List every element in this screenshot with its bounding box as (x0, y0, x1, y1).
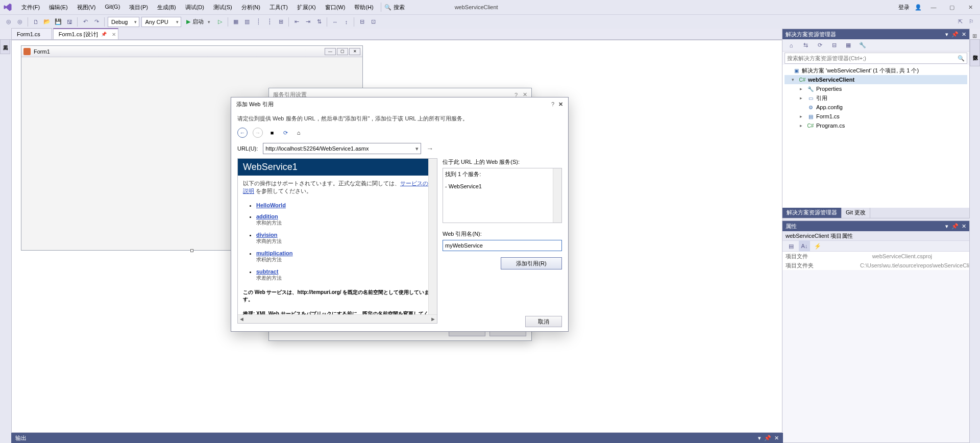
op-link-multiplication[interactable]: multiplication (256, 250, 293, 256)
vertical-scrollbar[interactable] (428, 159, 437, 314)
tab-window-icon[interactable]: ⊞ (972, 33, 977, 39)
collapse-icon[interactable]: ⊟ (828, 40, 840, 51)
search-input[interactable] (407, 3, 448, 11)
panel-dropdown-icon[interactable]: ▾ (945, 223, 948, 230)
panel-dropdown-icon[interactable]: ▾ (758, 435, 761, 441)
properties-icon[interactable]: 🔧 (857, 40, 868, 51)
close-icon[interactable]: ✕ (962, 31, 966, 38)
service-list-item[interactable]: - WebService1 (445, 183, 559, 189)
categorize-icon[interactable]: ▤ (786, 240, 797, 252)
menu-git[interactable]: Git(G) (101, 2, 124, 13)
vertical-scrollbar[interactable] (553, 168, 561, 223)
start-noDebug-icon[interactable]: ▷ (214, 16, 226, 28)
open-icon[interactable]: 📂 (41, 16, 53, 28)
menu-help[interactable]: 帮助(H) (350, 2, 377, 13)
show-all-icon[interactable]: ▦ (843, 40, 854, 51)
toolbar-icon[interactable]: ⇅ (313, 16, 325, 28)
tree-appconfig[interactable]: App.config (816, 104, 843, 110)
cancel-button[interactable]: 取消 (525, 316, 562, 327)
nav-fwd-icon[interactable]: ◎ (14, 16, 26, 28)
pin-icon[interactable]: 📌 (951, 31, 959, 38)
account-icon[interactable]: 👤 (915, 4, 922, 11)
url-combo[interactable]: ▾ (263, 143, 421, 154)
menu-view[interactable]: 视图(V) (73, 2, 100, 13)
nav-forward-icon[interactable]: → (253, 128, 263, 138)
undo-icon[interactable]: ↶ (80, 16, 91, 28)
menu-window[interactable]: 窗口(W) (321, 2, 350, 13)
home-icon[interactable]: ⌂ (786, 40, 797, 51)
new-project-icon[interactable]: 🗋 (30, 16, 41, 28)
feedback-icon[interactable]: ⚐ (966, 16, 977, 28)
toolbar-icon[interactable]: ┆ (264, 16, 275, 28)
op-link-division[interactable]: division (256, 232, 278, 238)
login-link[interactable]: 登录 (898, 4, 910, 11)
toolbar-icon[interactable]: ⊟ (356, 16, 368, 28)
save-all-icon[interactable]: 🖫 (64, 16, 75, 28)
tab-git-changes[interactable]: Git 更改 (842, 208, 870, 218)
close-icon[interactable]: ✕ (558, 101, 563, 108)
events-icon[interactable]: ⚡ (812, 240, 823, 252)
toolbar-icon[interactable]: ⇤ (291, 16, 302, 28)
prop-value[interactable]: webServiceClient.csproj (872, 253, 969, 259)
sort-icon[interactable]: A↓ (799, 240, 810, 252)
url-input[interactable] (265, 145, 419, 152)
solution-search[interactable]: 🔍 (785, 53, 967, 64)
op-link-subtract[interactable]: subtract (256, 268, 278, 275)
pin-icon[interactable]: 📌 (101, 32, 107, 37)
ref-name-input[interactable] (443, 240, 562, 251)
add-reference-button[interactable]: 添加引用(R) (501, 257, 562, 269)
live-share-icon[interactable]: ⇱ (954, 16, 966, 28)
props-grid[interactable]: 项目文件webServiceClient.csproj 项目文件夹C:\User… (782, 252, 969, 270)
tree-form1[interactable]: Form1.cs (816, 113, 840, 119)
save-icon[interactable]: 💾 (53, 16, 64, 28)
refresh-icon[interactable]: ⟳ (814, 40, 825, 51)
nav-back-icon[interactable]: ◎ (3, 16, 14, 28)
output-panel-tab[interactable]: 输出 ▾ 📌 ✕ (11, 433, 783, 443)
tree-project[interactable]: webServiceClient (808, 77, 854, 83)
panel-dropdown-icon[interactable]: ▾ (945, 31, 948, 38)
toolbar-icon[interactable]: ↔ (329, 16, 340, 28)
stop-icon[interactable]: ■ (268, 129, 276, 137)
tree-program[interactable]: Program.cs (816, 122, 845, 129)
prop-value[interactable]: C:\Users\wu.tie\source\repos\webServiceC… (860, 262, 969, 268)
datasource-collapsed-tab[interactable]: 数据源 (970, 36, 980, 66)
horizontal-scrollbar[interactable]: ◄► (238, 314, 437, 323)
tab-solution-explorer[interactable]: 解决方案资源管理器 (782, 208, 842, 218)
toolbar-icon[interactable]: ⊡ (368, 16, 379, 28)
start-button[interactable]: ▶启动▾ (182, 16, 214, 28)
search-icon[interactable]: 🔍 (384, 4, 391, 11)
menu-debug[interactable]: 调试(D) (181, 2, 208, 13)
redo-icon[interactable]: ↷ (91, 16, 102, 28)
toolbar-icon[interactable]: ┊ (253, 16, 264, 28)
resize-handle[interactable] (190, 249, 193, 252)
close-icon[interactable]: ✕ (112, 32, 116, 37)
nav-back-icon[interactable]: ← (237, 128, 248, 138)
close-button[interactable]: ✕ (964, 2, 977, 12)
pin-icon[interactable]: 📌 (764, 435, 771, 441)
search-icon[interactable]: 🔍 (958, 55, 965, 62)
tree-properties[interactable]: Properties (816, 86, 842, 92)
minimize-button[interactable]: — (927, 2, 940, 12)
menu-project[interactable]: 项目(P) (125, 2, 152, 13)
menu-test[interactable]: 测试(S) (209, 2, 236, 13)
toolbar-icon[interactable]: ↕ (340, 16, 352, 28)
menu-analyze[interactable]: 分析(N) (237, 2, 264, 13)
sync-icon[interactable]: ⇆ (800, 40, 811, 51)
menu-tools[interactable]: 工具(T) (265, 2, 292, 13)
platform-combo[interactable]: Any CPU (141, 17, 181, 27)
toolbar-icon[interactable]: ⇥ (302, 16, 313, 28)
close-icon[interactable]: ✕ (962, 223, 966, 230)
home-icon[interactable]: ⌂ (295, 129, 303, 137)
toolbar-icon[interactable]: ⊞ (275, 16, 286, 28)
toolbar-icon[interactable]: ▦ (230, 16, 241, 28)
close-icon[interactable]: ✕ (774, 435, 779, 441)
services-list-box[interactable]: 找到 1 个服务: - WebService1 (443, 168, 562, 223)
tab-form1-design[interactable]: Form1.cs [设计]📌✕ (53, 28, 118, 39)
menu-edit[interactable]: 编辑(E) (45, 2, 72, 13)
refresh-icon[interactable]: ⟳ (281, 129, 289, 137)
menu-extensions[interactable]: 扩展(X) (293, 2, 320, 13)
op-link-helloworld[interactable]: HelloWorld (256, 202, 286, 208)
menu-file[interactable]: 文件(F) (17, 2, 44, 13)
go-icon[interactable]: → (426, 144, 433, 153)
pin-icon[interactable]: 📌 (951, 223, 959, 230)
